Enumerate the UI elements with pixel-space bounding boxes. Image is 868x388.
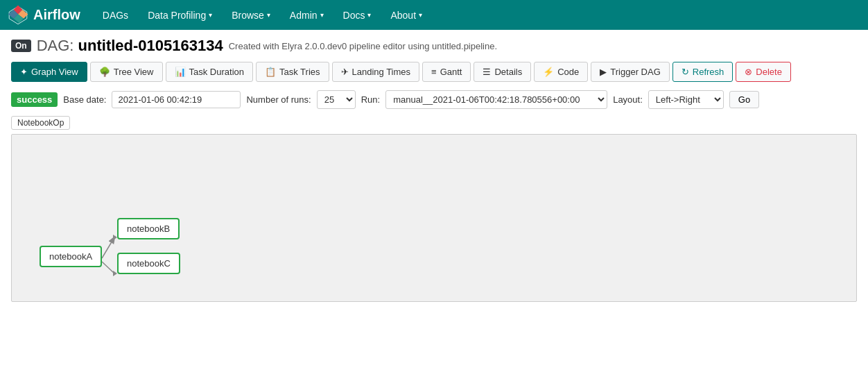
tree-view-button[interactable]: 🌳 Tree View xyxy=(90,62,163,82)
run-label: Run: xyxy=(361,94,380,105)
gantt-button[interactable]: ≡ Gantt xyxy=(422,62,471,82)
graph-area: notebookA notebookB notebookC xyxy=(11,134,857,302)
navbar: Airflow DAGs Data Profiling ▾ Browse ▾ A… xyxy=(0,0,868,30)
status-badge: success xyxy=(11,92,58,107)
svg-line-5 xyxy=(102,237,114,258)
chevron-down-icon: ▾ xyxy=(209,11,212,19)
nav-data-profiling[interactable]: Data Profiling ▾ xyxy=(139,7,220,24)
toolbar: ✦ Graph View 🌳 Tree View 📊 Task Duration… xyxy=(11,62,857,82)
airflow-logo xyxy=(7,4,29,26)
nav-docs[interactable]: Docs ▾ xyxy=(335,7,380,24)
dag-description: Created with Elyra 2.0.0.dev0 pipeline e… xyxy=(229,41,497,51)
num-runs-select[interactable]: 25 5 10 50 100 xyxy=(317,90,356,109)
base-date-input[interactable] xyxy=(112,91,241,108)
gantt-icon: ≡ xyxy=(431,67,437,77)
landing-icon: ✈ xyxy=(341,67,349,77)
task-tries-button[interactable]: 📋 Task Tries xyxy=(256,62,329,82)
go-button[interactable]: Go xyxy=(729,91,759,108)
chevron-down-icon: ▾ xyxy=(320,11,324,19)
nav-brand[interactable]: Airflow xyxy=(7,4,80,26)
nav-dags[interactable]: DAGs xyxy=(94,7,137,24)
task-duration-button[interactable]: 📊 Task Duration xyxy=(166,62,253,82)
controls-bar: success Base date: Number of runs: 25 5 … xyxy=(11,90,857,109)
base-date-label: Base date: xyxy=(63,94,106,105)
svg-line-6 xyxy=(102,262,114,273)
chevron-down-icon: ▾ xyxy=(367,11,371,19)
chevron-down-icon: ▾ xyxy=(267,11,270,19)
nav-about[interactable]: About ▾ xyxy=(382,7,431,24)
bar-chart-icon: 📊 xyxy=(175,67,186,77)
dag-on-badge: On xyxy=(11,40,31,52)
graph-view-button[interactable]: ✦ Graph View xyxy=(11,62,87,82)
dag-header: On DAG: untitled-0105163134 Created with… xyxy=(11,37,857,55)
legend-notebookop[interactable]: NotebookOp xyxy=(11,116,70,130)
landing-times-button[interactable]: ✈ Landing Times xyxy=(332,62,420,82)
tree-icon: 🌳 xyxy=(99,67,110,77)
brand-name: Airflow xyxy=(33,7,80,23)
task-tries-icon: 📋 xyxy=(265,67,276,77)
refresh-icon: ↻ xyxy=(682,67,689,77)
details-icon: ☰ xyxy=(483,67,491,77)
trigger-icon: ▶ xyxy=(600,67,607,77)
nav-menu: DAGs Data Profiling ▾ Browse ▾ Admin ▾ D… xyxy=(94,7,431,24)
node-notebookb[interactable]: notebookB xyxy=(117,218,180,239)
details-button[interactable]: ☰ Details xyxy=(474,62,531,82)
node-notebooka[interactable]: notebookA xyxy=(40,246,102,267)
legend: NotebookOp xyxy=(11,116,857,130)
trigger-dag-button[interactable]: ▶ Trigger DAG xyxy=(591,62,669,82)
run-select[interactable]: manual__2021-01-06T00:42:18.780556+00:00 xyxy=(385,90,607,109)
layout-select[interactable]: Left->Right Top->Bottom xyxy=(648,90,724,109)
graph-view-icon: ✦ xyxy=(20,67,28,77)
nav-admin[interactable]: Admin ▾ xyxy=(281,7,332,24)
graph-canvas: notebookA notebookB notebookC xyxy=(12,135,856,301)
code-icon: ⚡ xyxy=(543,67,554,77)
refresh-button[interactable]: ↻ Refresh xyxy=(672,62,734,82)
delete-icon: ⊗ xyxy=(745,67,752,77)
delete-button[interactable]: ⊗ Delete xyxy=(736,62,791,82)
nav-browse[interactable]: Browse ▾ xyxy=(223,7,279,24)
layout-label: Layout: xyxy=(613,94,643,105)
num-runs-label: Number of runs: xyxy=(246,94,311,105)
dag-title: DAG: untitled-0105163134 xyxy=(37,37,223,55)
node-notebookc[interactable]: notebookC xyxy=(117,253,180,274)
code-button[interactable]: ⚡ Code xyxy=(534,62,588,82)
chevron-down-icon: ▾ xyxy=(419,11,422,19)
